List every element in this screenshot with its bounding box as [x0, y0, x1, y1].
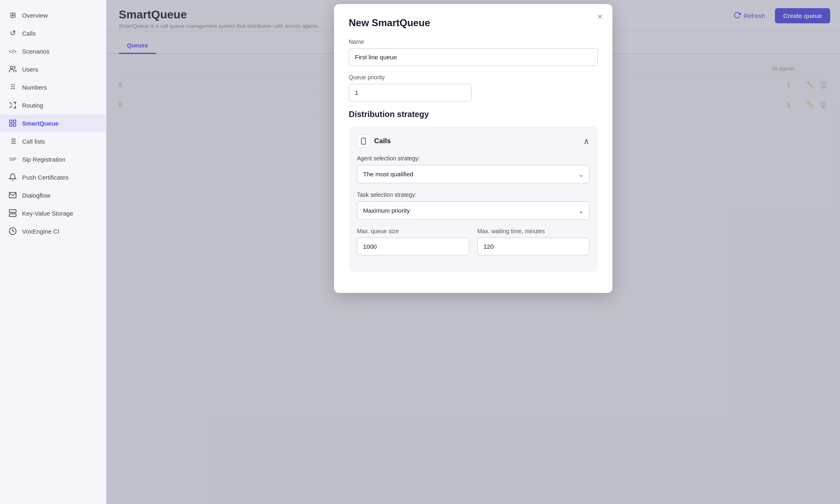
svg-rect-3: [14, 124, 16, 126]
max-wait-group: Max. waiting time, minutes: [477, 228, 589, 255]
sidebar-item-overview[interactable]: ⊞ Overview: [0, 7, 106, 24]
calls-collapse-button[interactable]: ∧: [583, 136, 589, 146]
task-strategy-label: Task selection strategy:: [357, 191, 589, 198]
sidebar-item-label: Key-Value Storage: [22, 210, 73, 217]
name-label: Name: [349, 38, 598, 45]
name-field-group: Name: [349, 38, 598, 66]
sidebar-item-users[interactable]: Users: [0, 61, 106, 78]
svg-rect-11: [9, 210, 16, 213]
sidebar-item-keyvaluestorage[interactable]: Key-Value Storage: [0, 205, 106, 222]
sidebar-item-label: Call lists: [22, 138, 45, 145]
sidebar-item-label: VoxEngine CI: [22, 228, 59, 235]
agent-strategy-group: Agent selection strategy: The most quali…: [357, 155, 589, 183]
calls-section-icon: [357, 135, 370, 148]
dialogflow-icon: [8, 191, 17, 200]
sidebar-item-smartqueue[interactable]: SmartQueue: [0, 115, 106, 132]
modal-close-button[interactable]: ×: [597, 12, 603, 21]
agent-strategy-select-wrapper: The most qualified Round Robin Least bus…: [357, 165, 589, 183]
svg-point-0: [10, 66, 13, 69]
sidebar-item-numbers[interactable]: ⠿ Numbers: [0, 79, 106, 96]
task-strategy-group: Task selection strategy: Maximum priorit…: [357, 191, 589, 220]
sidebar: ⊞ Overview ↺ Calls </> Scenarios Users ⠿…: [0, 0, 106, 504]
sidebar-item-sipregistration[interactable]: SIP Sip Registration: [0, 151, 106, 168]
sidebar-item-label: Calls: [22, 30, 36, 37]
distribution-title: Distribution strategy: [349, 110, 598, 119]
sidebar-item-calls[interactable]: ↺ Calls: [0, 25, 106, 42]
task-strategy-select-wrapper: Maximum priority FIFO LIFO ⌄: [357, 201, 589, 220]
sidebar-item-voxengineci[interactable]: VoxEngine CI: [0, 223, 106, 240]
sidebar-item-calllists[interactable]: Call lists: [0, 133, 106, 150]
sidebar-item-label: Sip Registration: [22, 156, 65, 163]
max-queue-size-group: Max. queue size: [357, 228, 469, 255]
modal-overlay: New SmartQueue × Name Queue priority Dis…: [106, 0, 840, 504]
max-queue-size-input[interactable]: [357, 238, 469, 255]
calls-section-label: Calls: [374, 137, 391, 145]
sidebar-item-label: Routing: [22, 102, 43, 109]
sidebar-item-label: Push Certificates: [22, 174, 68, 181]
svg-rect-4: [10, 124, 12, 126]
max-wait-label: Max. waiting time, minutes: [477, 228, 589, 234]
svg-rect-2: [14, 120, 16, 123]
agent-strategy-select[interactable]: The most qualified Round Robin Least bus…: [357, 165, 589, 183]
scenarios-icon: </>: [8, 47, 17, 56]
push-icon: [8, 173, 17, 182]
main-content: SmartQueue SmartQueue is a call queue ma…: [106, 0, 840, 504]
agent-strategy-label: Agent selection strategy:: [357, 155, 589, 162]
sidebar-item-routing[interactable]: Routing: [0, 97, 106, 114]
routing-icon: [8, 101, 17, 110]
sidebar-item-label: Numbers: [22, 84, 47, 91]
sidebar-item-scenarios[interactable]: </> Scenarios: [0, 43, 106, 60]
sidebar-item-dialogflow[interactable]: Dialogflow: [0, 187, 106, 204]
sidebar-item-label: Scenarios: [22, 48, 50, 55]
calllists-icon: [8, 137, 17, 146]
voxengine-icon: [8, 227, 17, 236]
sidebar-item-label: SmartQueue: [22, 120, 59, 127]
new-smartqueue-modal: New SmartQueue × Name Queue priority Dis…: [334, 4, 612, 293]
sidebar-item-label: Overview: [22, 12, 48, 19]
svg-rect-12: [9, 214, 16, 217]
max-wait-input[interactable]: [477, 238, 589, 255]
priority-label: Queue priority: [349, 74, 598, 81]
overview-icon: ⊞: [8, 11, 17, 20]
task-strategy-select[interactable]: Maximum priority FIFO LIFO: [357, 201, 589, 220]
size-wait-row: Max. queue size Max. waiting time, minut…: [357, 228, 589, 263]
sip-icon: SIP: [8, 155, 17, 164]
users-icon: [8, 65, 17, 74]
calls-header-left: Calls: [357, 135, 391, 148]
calls-header: Calls ∧: [357, 135, 589, 148]
priority-input[interactable]: [349, 84, 472, 101]
priority-field-group: Queue priority: [349, 74, 598, 101]
sidebar-item-label: Users: [22, 66, 38, 73]
smartqueue-icon: [8, 119, 17, 128]
calls-nav-icon: ↺: [8, 29, 17, 38]
sidebar-item-pushcertificates[interactable]: Push Certificates: [0, 169, 106, 186]
calls-section: Calls ∧ Agent selection strategy: The mo…: [349, 126, 598, 272]
sidebar-item-label: Dialogflow: [22, 192, 50, 199]
numbers-icon: ⠿: [8, 83, 17, 92]
modal-title: New SmartQueue: [349, 17, 598, 29]
max-queue-size-label: Max. queue size: [357, 228, 469, 234]
name-input[interactable]: [349, 48, 598, 66]
keyvalue-icon: [8, 209, 17, 218]
svg-rect-1: [10, 120, 12, 123]
